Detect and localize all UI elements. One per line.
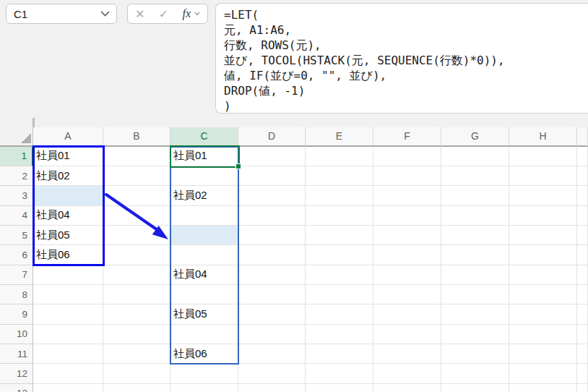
row-header-13[interactable]: 13 <box>0 384 33 392</box>
cell-H12[interactable] <box>509 364 577 383</box>
cell-E9[interactable] <box>306 304 373 324</box>
cell-D4[interactable] <box>238 206 306 226</box>
cell-A3[interactable] <box>33 186 103 205</box>
cell-G5[interactable] <box>441 226 509 245</box>
cell-A1[interactable]: 社員01 <box>33 147 103 166</box>
row-header-3[interactable]: 3 <box>0 186 33 205</box>
cell-G4[interactable] <box>441 206 509 226</box>
cell-A9[interactable] <box>33 304 103 324</box>
cell-H6[interactable] <box>509 245 577 265</box>
cell-D12[interactable] <box>238 364 306 383</box>
cell-C12[interactable] <box>170 364 238 383</box>
cell-F12[interactable] <box>373 364 441 383</box>
cell-B7[interactable] <box>103 265 170 285</box>
column-header-C[interactable]: C <box>170 127 238 147</box>
cell-F7[interactable] <box>373 265 441 285</box>
cell-F4[interactable] <box>373 206 441 226</box>
cell-A11[interactable] <box>33 344 103 364</box>
cell-I9[interactable] <box>577 304 588 324</box>
cell-I4[interactable] <box>577 206 588 226</box>
cell-F5[interactable] <box>373 226 441 245</box>
cell-C6[interactable] <box>170 245 238 265</box>
formula-bar[interactable]: =LET( 元, A1:A6, 行数, ROWS(元), 並び, TOCOL(H… <box>215 3 588 114</box>
name-box-value[interactable]: C1 <box>7 8 100 20</box>
cell-B1[interactable] <box>103 147 170 166</box>
cell-B8[interactable] <box>103 285 170 304</box>
cell-A13[interactable] <box>33 384 103 392</box>
column-header-H[interactable]: H <box>509 127 577 147</box>
cell-D1[interactable] <box>238 147 306 166</box>
cell-I6[interactable] <box>577 245 588 265</box>
row-header-12[interactable]: 12 <box>0 364 33 383</box>
cell-H3[interactable] <box>509 186 577 205</box>
cell-I8[interactable] <box>577 285 588 304</box>
cell-F9[interactable] <box>373 304 441 324</box>
cell-I11[interactable] <box>577 344 588 364</box>
cell-F11[interactable] <box>373 344 441 364</box>
cancel-button[interactable]: ✕ <box>135 7 144 21</box>
cell-I2[interactable] <box>577 166 588 186</box>
column-header-F[interactable]: F <box>373 127 441 147</box>
cell-H9[interactable] <box>509 304 577 324</box>
row-header-1[interactable]: 1 <box>0 147 33 166</box>
column-header-B[interactable]: B <box>103 127 170 147</box>
cell-G8[interactable] <box>441 285 509 304</box>
cell-I3[interactable] <box>577 186 588 205</box>
cell-A4[interactable]: 社員04 <box>33 206 103 226</box>
cell-F10[interactable] <box>373 325 441 344</box>
cell-C3[interactable]: 社員02 <box>170 186 238 205</box>
cell-B4[interactable] <box>103 206 170 226</box>
cell-D8[interactable] <box>238 285 306 304</box>
cell-D9[interactable] <box>238 304 306 324</box>
cell-F8[interactable] <box>373 285 441 304</box>
cell-H8[interactable] <box>509 285 577 304</box>
cell-A10[interactable] <box>33 325 103 344</box>
cell-C2[interactable] <box>170 166 238 186</box>
cell-B11[interactable] <box>103 344 170 364</box>
cell-G10[interactable] <box>441 325 509 344</box>
cell-D7[interactable] <box>238 265 306 285</box>
cell-H2[interactable] <box>509 166 577 186</box>
cell-E5[interactable] <box>306 226 373 245</box>
cell-E3[interactable] <box>306 186 373 205</box>
row-header-8[interactable]: 8 <box>0 285 33 304</box>
cell-A8[interactable] <box>33 285 103 304</box>
cell-H13[interactable] <box>509 384 577 392</box>
cell-F1[interactable] <box>373 147 441 166</box>
cell-E2[interactable] <box>306 166 373 186</box>
cell-G1[interactable] <box>441 147 509 166</box>
insert-function-button[interactable]: fx <box>182 7 200 20</box>
select-all-button[interactable] <box>0 127 33 147</box>
row-header-6[interactable]: 6 <box>0 245 33 265</box>
cell-G9[interactable] <box>441 304 509 324</box>
cell-G13[interactable] <box>441 384 509 392</box>
cell-E11[interactable] <box>306 344 373 364</box>
cell-D2[interactable] <box>238 166 306 186</box>
cell-F13[interactable] <box>373 384 441 392</box>
row-header-5[interactable]: 5 <box>0 226 33 245</box>
cell-C4[interactable] <box>170 206 238 226</box>
cell-C10[interactable] <box>170 325 238 344</box>
row-header-4[interactable]: 4 <box>0 206 33 226</box>
row-header-10[interactable]: 10 <box>0 325 33 344</box>
cell-I1[interactable] <box>577 147 588 166</box>
cell-I13[interactable] <box>577 384 588 392</box>
cell-F3[interactable] <box>373 186 441 205</box>
cell-F6[interactable] <box>373 245 441 265</box>
cell-C9[interactable]: 社員05 <box>170 304 238 324</box>
cell-H4[interactable] <box>509 206 577 226</box>
cell-H7[interactable] <box>509 265 577 285</box>
cell-A6[interactable]: 社員06 <box>33 245 103 265</box>
cell-C7[interactable]: 社員04 <box>170 265 238 285</box>
cell-C5[interactable] <box>170 226 238 245</box>
cell-I12[interactable] <box>577 364 588 383</box>
cell-C8[interactable] <box>170 285 238 304</box>
cell-B12[interactable] <box>103 364 170 383</box>
cell-H11[interactable] <box>509 344 577 364</box>
cell-H10[interactable] <box>509 325 577 344</box>
cell-G12[interactable] <box>441 364 509 383</box>
column-header-A[interactable]: A <box>33 127 103 147</box>
column-header-D[interactable]: D <box>238 127 306 147</box>
cell-E4[interactable] <box>306 206 373 226</box>
cell-C11[interactable]: 社員06 <box>170 344 238 364</box>
